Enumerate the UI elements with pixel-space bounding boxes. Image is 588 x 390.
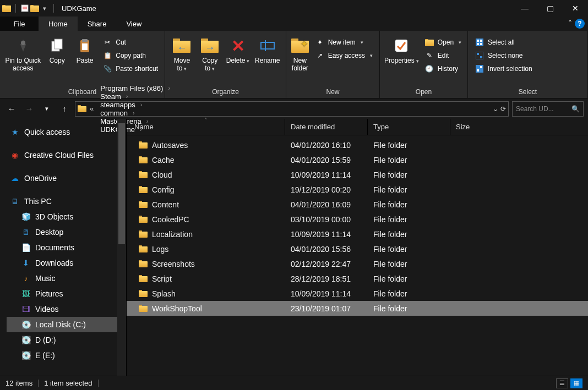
tab-file[interactable]: File — [0, 17, 39, 31]
file-row[interactable]: Config 19/12/2019 00:20 File folder — [127, 182, 588, 197]
pin-to-quick-access-button[interactable]: Pin to Quick access — [4, 34, 42, 72]
sidebar-item[interactable]: 💽D (D:) — [7, 332, 126, 348]
sidebar-item-label: Downloads — [35, 259, 73, 267]
file-name: CookedPC — [152, 215, 189, 224]
sidebar-item-icon: 🖼 — [21, 289, 31, 299]
column-type[interactable]: Type — [368, 119, 450, 135]
move-to-button[interactable]: ← Move to▾ — [170, 34, 194, 73]
file-row[interactable]: Splash 10/09/2019 11:14 File folder — [127, 286, 588, 301]
svg-rect-10 — [261, 42, 274, 49]
file-row[interactable]: WorkShopTool 23/10/2019 01:07 File folde… — [127, 301, 588, 316]
easy-access-icon: ↗ — [315, 51, 325, 61]
select-all-button[interactable]: Select all — [472, 36, 535, 48]
sidebar-item[interactable]: 📄Documents — [7, 240, 126, 255]
easy-access-button[interactable]: ↗Easy access▾ — [313, 50, 375, 62]
copy-path-button[interactable]: 📋Copy path — [100, 50, 160, 62]
breadcrumb-segment[interactable]: steamapps› — [97, 101, 173, 109]
file-row[interactable]: Logs 04/01/2020 15:56 File folder — [127, 241, 588, 256]
column-size[interactable]: Size — [450, 119, 588, 135]
sidebar-item[interactable]: 🧊3D Objects — [7, 209, 126, 224]
copy-to-button[interactable]: → Copy to▾ — [198, 34, 222, 73]
history-button[interactable]: 🕘History — [422, 63, 464, 75]
svg-rect-23 — [477, 69, 479, 72]
sidebar-onedrive[interactable]: ☁OneDrive — [7, 171, 126, 186]
open-button[interactable]: Open▾ — [422, 36, 464, 48]
sidebar-item[interactable]: ⬇Downloads — [7, 255, 126, 271]
sidebar-item-label: Music — [35, 274, 56, 283]
qat-folder-icon[interactable] — [30, 5, 39, 12]
tab-home[interactable]: Home — [39, 17, 78, 31]
sidebar-this-pc[interactable]: 🖥This PC — [7, 194, 126, 209]
sidebar-item[interactable]: 🖥Desktop — [7, 224, 126, 240]
back-button[interactable]: ← — [4, 102, 19, 116]
recent-locations-button[interactable]: ▾ — [40, 102, 54, 116]
details-view-button[interactable]: ☰ — [556, 378, 568, 388]
sidebar-item[interactable]: ♪Music — [7, 271, 126, 286]
delete-button[interactable]: ✕ Delete▾ — [226, 34, 251, 65]
column-name[interactable]: ˄Name — [127, 119, 285, 135]
new-item-button[interactable]: ✦New item▾ — [313, 36, 375, 48]
scissors-icon: ✂ — [102, 37, 112, 47]
refresh-button[interactable]: ⟳ — [500, 105, 506, 113]
sidebar-scrollbar[interactable] — [117, 119, 126, 376]
invert-selection-button[interactable]: Invert selection — [472, 63, 535, 75]
sidebar-item[interactable]: 🖼Pictures — [7, 286, 126, 301]
maximize-button[interactable]: ▢ — [537, 0, 563, 17]
file-row[interactable]: Cloud 10/09/2019 11:14 File folder — [127, 167, 588, 182]
file-row[interactable]: Localization 10/09/2019 11:14 File folde… — [127, 227, 588, 241]
file-row[interactable]: Autosaves 04/01/2020 16:10 File folder — [127, 138, 588, 152]
copy-button[interactable]: Copy — [45, 34, 69, 64]
chevron-right-icon: › — [133, 109, 135, 116]
folder-icon — [139, 305, 148, 312]
file-row[interactable]: CookedPC 03/10/2019 00:00 File folder — [127, 212, 588, 227]
sidebar-item-icon: 📄 — [21, 243, 31, 252]
file-type: File folder — [368, 230, 450, 239]
address-bar[interactable]: « Program Files (x86)›Steam›steamapps›co… — [75, 101, 509, 117]
rename-button[interactable]: Rename — [254, 34, 281, 64]
thumbnails-view-button[interactable]: ▦ — [570, 378, 582, 388]
forward-button[interactable]: → — [22, 102, 36, 116]
file-type: File folder — [368, 200, 450, 209]
close-button[interactable]: ✕ — [563, 0, 588, 17]
sidebar-item-icon: ♪ — [21, 273, 31, 283]
sidebar-quick-access[interactable]: ★Quick access — [7, 124, 126, 140]
breadcrumb-segment[interactable]: common› — [97, 109, 173, 117]
sidebar-item[interactable]: 💽Local Disk (C:) — [7, 317, 126, 332]
tab-view[interactable]: View — [116, 17, 151, 31]
breadcrumb-segment[interactable]: Steam› — [97, 92, 173, 101]
edit-button[interactable]: ✎Edit — [422, 50, 464, 62]
cut-button[interactable]: ✂Cut — [100, 36, 160, 48]
file-row[interactable]: Screenshots 02/12/2019 22:47 File folder — [127, 256, 588, 271]
sidebar-creative-cloud[interactable]: ◉Creative Cloud Files — [7, 147, 126, 163]
paste-button[interactable]: Paste — [73, 34, 97, 64]
file-view: ˄Name Date modified Type Size Autosaves … — [127, 119, 588, 376]
this-pc-icon: 🖥 — [10, 196, 20, 206]
group-organize-label: Organize — [170, 87, 281, 97]
file-row[interactable]: Script 28/12/2019 18:51 File folder — [127, 271, 588, 286]
tab-share[interactable]: Share — [78, 17, 117, 31]
breadcrumb-segment[interactable]: Program Files (x86)› — [97, 84, 173, 92]
select-none-button[interactable]: Select none — [472, 50, 535, 62]
invert-selection-icon — [475, 64, 484, 74]
file-row[interactable]: Cache 04/01/2020 15:59 File folder — [127, 152, 588, 167]
search-input[interactable]: Search UD... 🔍 — [512, 101, 584, 117]
up-button[interactable]: ↑ — [57, 102, 72, 116]
paste-shortcut-button[interactable]: 📎Paste shortcut — [100, 63, 160, 75]
breadcrumb-overflow[interactable]: « — [86, 102, 97, 116]
folder-icon — [139, 290, 148, 297]
collapse-ribbon-icon[interactable]: ˆ — [569, 19, 571, 28]
file-row[interactable]: Content 04/01/2020 16:09 File folder — [127, 197, 588, 212]
sidebar-item[interactable]: 🎞Videos — [7, 301, 126, 317]
sidebar-item[interactable]: 💽E (E:) — [7, 348, 126, 363]
qat-dropdown-icon[interactable]: ▾ — [40, 4, 49, 13]
help-icon[interactable]: ? — [575, 19, 585, 29]
properties-button[interactable]: Properties▾ — [384, 34, 419, 65]
svg-rect-14 — [477, 40, 479, 42]
new-folder-button[interactable]: ✦ New folder — [291, 34, 309, 72]
minimize-button[interactable]: ― — [512, 0, 537, 17]
file-name: Script — [152, 274, 172, 283]
column-date[interactable]: Date modified — [285, 119, 368, 135]
qat-properties-icon[interactable] — [20, 4, 29, 13]
address-dropdown-icon[interactable]: ⌄ — [493, 105, 498, 113]
column-headers: ˄Name Date modified Type Size — [127, 119, 588, 135]
